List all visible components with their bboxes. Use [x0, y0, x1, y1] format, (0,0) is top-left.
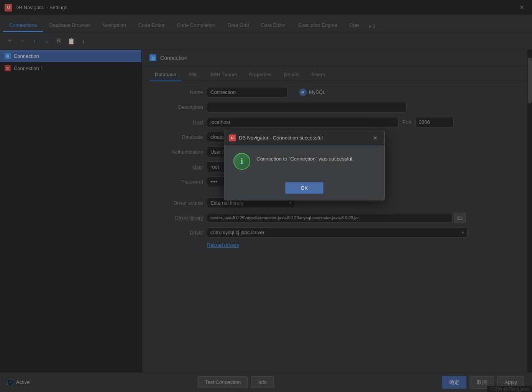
dialog-title-bar: U DB Navigator - Connection successful ✕: [224, 131, 384, 145]
dialog-close-button[interactable]: ✕: [371, 134, 380, 142]
dialog-title-text: DB Navigator - Connection successful: [239, 135, 323, 141]
dialog-ok-button[interactable]: OK: [285, 182, 324, 194]
dialog-footer: OK: [224, 177, 384, 200]
success-icon: [233, 153, 250, 170]
dialog-overlay: U DB Navigator - Connection successful ✕…: [0, 0, 532, 392]
success-dialog: U DB Navigator - Connection successful ✕…: [224, 131, 385, 200]
dialog-title-left: U DB Navigator - Connection successful: [229, 134, 323, 141]
dialog-message: Connection to "Connection" was successfu…: [256, 153, 353, 162]
dialog-app-icon: U: [229, 134, 236, 141]
dialog-body: Connection to "Connection" was successfu…: [224, 145, 384, 177]
